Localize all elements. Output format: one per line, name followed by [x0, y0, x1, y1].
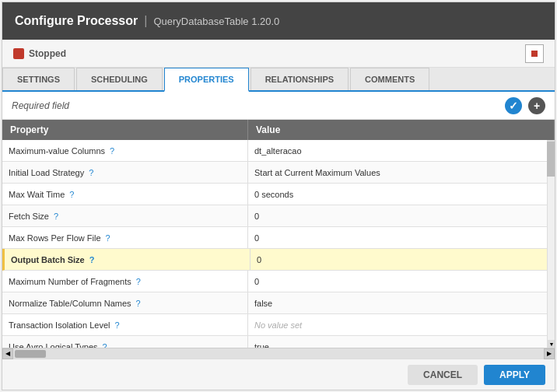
- table-wrapper: Maximum-value Columns ? dt_alteracao Ini…: [2, 140, 555, 348]
- property-cell: Maximum-value Columns ?: [2, 140, 248, 161]
- tab-settings[interactable]: SETTINGS: [2, 68, 75, 90]
- property-label: Output Batch Size: [11, 255, 85, 264]
- value-cell[interactable]: dt_alteracao: [248, 140, 555, 161]
- property-cell: Initial Load Strategy ?: [2, 162, 248, 183]
- value-cell[interactable]: false: [248, 292, 555, 313]
- table-header: Property Value: [2, 120, 555, 140]
- help-icon[interactable]: ?: [54, 212, 58, 221]
- help-icon[interactable]: ?: [106, 233, 110, 243]
- scroll-thumb[interactable]: [547, 142, 555, 177]
- table-row: Use Avro Logical Types ? true: [2, 336, 555, 348]
- value-cell[interactable]: Start at Current Maximum Values: [248, 162, 555, 183]
- status-bar: Stopped: [2, 40, 555, 68]
- value-text: 0: [257, 255, 261, 264]
- confirm-icon-btn[interactable]: ✓: [505, 97, 522, 114]
- required-field-label: Required field: [12, 100, 69, 111]
- property-column-header: Property: [2, 120, 248, 140]
- help-icon[interactable]: ?: [136, 277, 141, 286]
- property-label: Max Wait Time: [9, 190, 65, 199]
- scroll-down-arrow[interactable]: ▼: [548, 340, 555, 348]
- value-text: No value set: [254, 320, 302, 330]
- property-label: Maximum-value Columns: [9, 146, 105, 156]
- value-text: 0: [254, 212, 259, 221]
- value-text: dt_alteracao: [254, 146, 302, 156]
- table-row: Max Wait Time ? 0 seconds: [2, 184, 555, 205]
- help-icon[interactable]: ?: [89, 168, 93, 177]
- property-cell: Output Batch Size ?: [5, 249, 250, 270]
- property-label: Transaction Isolation Level: [9, 320, 110, 330]
- help-icon[interactable]: ?: [89, 255, 95, 264]
- help-icon[interactable]: ?: [69, 190, 74, 199]
- value-text: 0: [254, 277, 259, 286]
- value-cell[interactable]: true: [248, 336, 555, 348]
- tab-bar: SETTINGS SCHEDULING PROPERTIES RELATIONS…: [2, 68, 555, 92]
- property-cell: Normalize Table/Column Names ?: [2, 292, 248, 313]
- table-row: Maximum Number of Fragments ? 0: [2, 271, 555, 292]
- apply-button[interactable]: APPLY: [484, 365, 545, 385]
- scroll-left-arrow[interactable]: ◀: [2, 348, 13, 359]
- value-text: false: [254, 299, 272, 308]
- svg-rect-0: [531, 51, 538, 57]
- required-field-bar: Required field ✓ +: [2, 92, 555, 120]
- value-text: Start at Current Maximum Values: [254, 168, 380, 177]
- table-row: Output Batch Size ? 0: [2, 249, 555, 271]
- properties-table[interactable]: Maximum-value Columns ? dt_alteracao Ini…: [2, 140, 555, 348]
- action-icons: ✓ +: [505, 97, 545, 114]
- table-row: Transaction Isolation Level ? No value s…: [2, 314, 555, 336]
- help-icon[interactable]: ?: [103, 342, 107, 348]
- configure-processor-dialog: Configure Processor | QueryDatabaseTable…: [2, 2, 555, 390]
- tab-comments[interactable]: COMMENTS: [350, 68, 429, 90]
- processor-name: QueryDatabaseTable 1.20.0: [153, 16, 279, 27]
- tab-scheduling[interactable]: SCHEDULING: [76, 68, 163, 90]
- stopped-status: Stopped: [13, 48, 66, 59]
- help-icon[interactable]: ?: [110, 146, 114, 156]
- table-row: Maximum-value Columns ? dt_alteracao: [2, 140, 555, 162]
- vertical-scrollbar[interactable]: ▲ ▼: [547, 140, 555, 348]
- title-bar: Configure Processor | QueryDatabaseTable…: [2, 2, 555, 40]
- property-label: Normalize Table/Column Names: [9, 299, 131, 308]
- scroll-right-arrow[interactable]: ▶: [544, 348, 555, 359]
- add-property-btn[interactable]: +: [528, 97, 545, 114]
- value-cell[interactable]: No value set: [248, 314, 555, 335]
- value-cell[interactable]: 0: [248, 227, 555, 248]
- property-label: Initial Load Strategy: [9, 168, 84, 177]
- property-cell: Transaction Isolation Level ?: [2, 314, 248, 335]
- value-cell[interactable]: 0: [248, 271, 555, 292]
- value-text: 0 seconds: [254, 190, 293, 199]
- property-cell: Max Wait Time ?: [2, 184, 248, 205]
- help-icon[interactable]: ?: [136, 299, 141, 308]
- stopped-icon: [13, 48, 24, 59]
- value-cell[interactable]: 0: [248, 205, 555, 226]
- tab-properties[interactable]: PROPERTIES: [164, 68, 249, 92]
- value-cell[interactable]: 0 seconds: [248, 184, 555, 205]
- property-label: Maximum Number of Fragments: [9, 277, 131, 286]
- property-cell: Fetch Size ?: [2, 205, 248, 226]
- property-label: Fetch Size: [9, 212, 49, 221]
- property-cell: Use Avro Logical Types ?: [2, 336, 248, 348]
- table-row: Fetch Size ? 0: [2, 205, 555, 227]
- stopped-label: Stopped: [29, 48, 66, 59]
- value-column-header: Value: [248, 120, 555, 140]
- table-row: Normalize Table/Column Names ? false: [2, 292, 555, 314]
- value-text: 0: [254, 233, 259, 243]
- stop-button[interactable]: [525, 44, 544, 63]
- property-label: Max Rows Per Flow File: [9, 233, 101, 243]
- stop-icon: [531, 50, 538, 58]
- table-row: Initial Load Strategy ? Start at Current…: [2, 162, 555, 184]
- h-scroll-thumb[interactable]: [15, 350, 46, 358]
- property-label: Use Avro Logical Types: [9, 342, 98, 348]
- table-row: Max Rows Per Flow File ? 0: [2, 227, 555, 249]
- footer-bar: CANCEL APPLY: [2, 359, 555, 390]
- cancel-button[interactable]: CANCEL: [408, 365, 478, 385]
- help-icon[interactable]: ?: [114, 320, 119, 330]
- property-cell: Maximum Number of Fragments ?: [2, 271, 248, 292]
- value-text: true: [254, 342, 269, 348]
- title-separator: |: [144, 14, 147, 28]
- horizontal-scrollbar[interactable]: ◀ ▶: [2, 348, 555, 359]
- property-cell: Max Rows Per Flow File ?: [2, 227, 248, 248]
- tab-relationships[interactable]: RELATIONSHIPS: [250, 68, 349, 90]
- value-cell[interactable]: 0: [250, 249, 555, 270]
- dialog-title: Configure Processor: [15, 14, 138, 28]
